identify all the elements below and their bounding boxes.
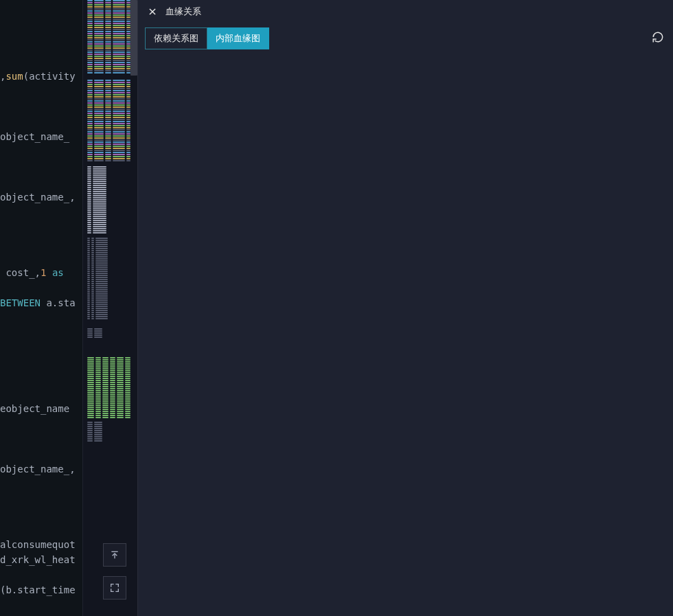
panel-toolbar: 依赖关系图 内部血缘图 bbox=[138, 23, 673, 49]
code-line[interactable]: object_name_, bbox=[0, 461, 82, 477]
code-line[interactable] bbox=[0, 280, 82, 295]
expand-icon bbox=[109, 582, 120, 593]
code-line[interactable]: (b.start_time bbox=[0, 582, 82, 597]
code-line[interactable]: BETWEEN a.sta bbox=[0, 295, 82, 310]
fullscreen-button[interactable] bbox=[103, 576, 126, 600]
panel-title: 血缘关系 bbox=[166, 5, 201, 18]
code-line[interactable]: alconsumequot bbox=[0, 537, 82, 552]
code-line[interactable] bbox=[0, 159, 82, 174]
code-line[interactable] bbox=[0, 144, 82, 159]
minimap-block bbox=[87, 0, 130, 76]
code-line[interactable] bbox=[0, 431, 82, 446]
code-line[interactable] bbox=[0, 341, 82, 356]
tab-dependency-graph[interactable]: 依赖关系图 bbox=[145, 27, 207, 49]
refresh-button[interactable] bbox=[650, 29, 666, 45]
code-line[interactable] bbox=[0, 326, 82, 341]
code-line[interactable] bbox=[0, 386, 82, 401]
code-line[interactable] bbox=[0, 235, 82, 250]
minimap-block bbox=[87, 166, 130, 235]
code-minimap[interactable] bbox=[82, 0, 137, 616]
minimap-block bbox=[87, 328, 130, 339]
minimap-scrollbar[interactable] bbox=[130, 0, 137, 76]
code-line[interactable] bbox=[0, 507, 82, 522]
code-line[interactable]: eobject_name bbox=[0, 401, 82, 416]
close-button[interactable] bbox=[146, 5, 159, 18]
code-line[interactable] bbox=[0, 492, 82, 507]
code-surface[interactable]: ,sum(activityobject_name_object_name_, c… bbox=[0, 0, 82, 616]
code-line[interactable] bbox=[0, 446, 82, 461]
code-line[interactable] bbox=[0, 99, 82, 114]
code-line[interactable] bbox=[0, 477, 82, 492]
code-editor[interactable]: ,sum(activityobject_name_object_name_, c… bbox=[0, 0, 137, 616]
code-line[interactable]: object_name_ bbox=[0, 129, 82, 144]
code-line[interactable]: d_xrk_wl_heat bbox=[0, 552, 82, 567]
code-line[interactable] bbox=[0, 310, 82, 326]
code-line[interactable] bbox=[0, 356, 82, 371]
code-line[interactable] bbox=[0, 205, 82, 220]
minimap-block bbox=[87, 422, 130, 442]
code-line[interactable] bbox=[0, 114, 82, 129]
editor-action-bar bbox=[103, 543, 126, 600]
scroll-top-button[interactable] bbox=[103, 543, 126, 567]
tab-internal-lineage[interactable]: 内部血缘图 bbox=[207, 27, 269, 49]
code-line[interactable]: ,sum(activity bbox=[0, 69, 82, 84]
code-line[interactable] bbox=[0, 371, 82, 386]
code-line[interactable] bbox=[0, 84, 82, 99]
minimap-block bbox=[87, 357, 130, 419]
code-line[interactable] bbox=[0, 522, 82, 537]
scroll-top-icon bbox=[109, 549, 120, 560]
panel-body[interactable] bbox=[138, 49, 673, 616]
code-line[interactable]: cost_,1 as bbox=[0, 265, 82, 280]
code-line[interactable] bbox=[0, 220, 82, 235]
code-line[interactable] bbox=[0, 174, 82, 190]
panel-header: 血缘关系 bbox=[138, 0, 673, 23]
minimap-block bbox=[87, 238, 130, 320]
code-line[interactable] bbox=[0, 250, 82, 265]
lineage-panel: 血缘关系 依赖关系图 内部血缘图 bbox=[137, 0, 673, 616]
code-line[interactable] bbox=[0, 567, 82, 582]
refresh-icon bbox=[652, 31, 664, 43]
code-line[interactable]: object_name_, bbox=[0, 190, 82, 205]
minimap-block bbox=[87, 80, 130, 162]
code-line[interactable] bbox=[0, 416, 82, 431]
close-icon bbox=[148, 7, 157, 16]
